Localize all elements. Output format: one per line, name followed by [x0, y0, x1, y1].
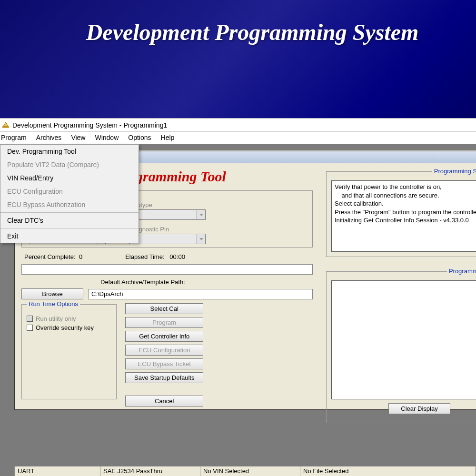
select-cal-button[interactable]: Select Cal	[125, 303, 203, 314]
status-interface: SAE J2534 PassThru	[100, 466, 200, 476]
status-file: No File Selected	[300, 466, 476, 476]
chevron-down-icon	[197, 210, 205, 219]
data-legend: Programming Data	[447, 268, 476, 275]
menu-help[interactable]: Help	[156, 132, 179, 144]
cancel-button[interactable]: Cancel	[125, 396, 203, 407]
svg-rect-0	[2, 126, 9, 128]
program-button: Program	[125, 317, 203, 328]
window-title: Development Programming System - Program…	[12, 121, 167, 129]
menu-options[interactable]: Options	[123, 132, 156, 144]
check-run-utility: Run utility only	[27, 315, 111, 322]
subtype-label: Subtype	[129, 201, 206, 208]
menu-exit[interactable]: Exit	[0, 229, 139, 243]
ecu-bypass-button: ECU Bypass Ticket	[125, 358, 203, 369]
program-dropdown: Dev. Programming Tool Populate VIT2 Data…	[0, 144, 139, 243]
menu-vin-read[interactable]: VIN Read/Entry	[0, 171, 139, 185]
sequence-groupbox: Programming Sequence Verify that power t…	[326, 171, 476, 257]
menu-dev-prog-tool[interactable]: Dev. Programming Tool	[0, 145, 139, 158]
menu-ecu-bypass: ECU Bypass Authorization	[0, 198, 139, 211]
banner-title: Development Programming System	[0, 0, 476, 69]
data-text	[331, 280, 476, 399]
menu-populate-vit2: Populate VIT2 Data (Compare)	[0, 158, 139, 171]
menubar: Program Archives View Window Options Hel…	[0, 132, 476, 144]
data-groupbox: Programming Data Clear Display	[326, 271, 476, 423]
titlebar: Development Programming System - Program…	[0, 119, 476, 132]
path-label: Default Archive/Template Path:	[20, 278, 315, 287]
sequence-legend: Programming Sequence	[432, 168, 476, 175]
clear-display-button[interactable]: Clear Display	[388, 403, 450, 414]
runtime-groupbox: Run Time Options Run utility only Overri…	[21, 304, 117, 399]
app-icon	[2, 121, 10, 129]
ecu-config-button: ECU Configuration	[125, 345, 203, 356]
checkbox-icon	[27, 316, 33, 322]
get-controller-info-button[interactable]: Get Controller Info	[125, 331, 203, 342]
menu-ecu-config: ECU Configuration	[0, 185, 139, 198]
checkbox-icon[interactable]	[27, 325, 33, 331]
check-override-security[interactable]: Override security key	[27, 324, 111, 331]
path-input[interactable]	[88, 289, 313, 299]
browse-button[interactable]: Browse	[21, 288, 83, 299]
percent-complete: Percent Complete: 0	[24, 253, 82, 260]
menu-program[interactable]: Program	[0, 132, 31, 144]
menu-clear-dtc[interactable]: Clear DTC's	[0, 214, 139, 227]
chevron-down-icon	[197, 234, 205, 244]
elapsed-time: Elapsed Time: 00:00	[125, 253, 185, 260]
menu-view[interactable]: View	[66, 132, 90, 144]
save-startup-defaults-button[interactable]: Save Startup Defaults	[125, 372, 203, 383]
app-window: Development Programming System - Program…	[0, 118, 476, 476]
diagpin-combo	[129, 234, 206, 244]
sequence-text: Verify that power to the controller is o…	[331, 180, 476, 252]
statusbar: UART SAE J2534 PassThru No VIN Selected …	[14, 466, 476, 476]
diagpin-label: Diagnostic Pin	[129, 226, 206, 233]
menu-archives[interactable]: Archives	[31, 132, 67, 144]
progress-bar	[21, 264, 313, 275]
subtype-combo	[129, 209, 206, 220]
runtime-legend: Run Time Options	[27, 300, 80, 307]
status-vin: No VIN Selected	[200, 466, 300, 476]
menu-window[interactable]: Window	[90, 132, 123, 144]
status-protocol: UART	[14, 466, 100, 476]
